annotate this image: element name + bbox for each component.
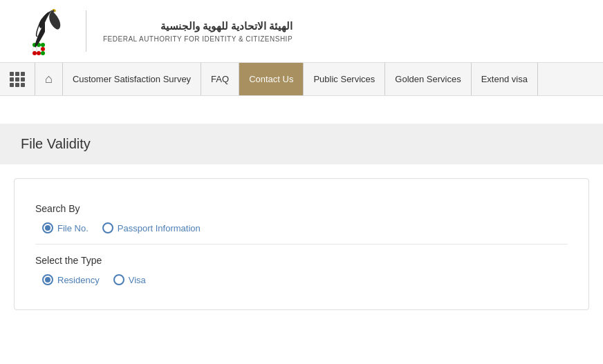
nav-item-contact-us[interactable]: Contact Us [239,63,304,95]
svg-point-4 [37,47,41,51]
form-container: Search By File No. Passport Information … [14,178,589,310]
radio-passport-info-indicator [102,222,113,233]
nav-item-faq[interactable]: FAQ [201,63,239,95]
falcon-logo-icon [14,7,69,55]
select-type-radio-group: Residency Visa [35,274,568,285]
logo-text: الهيئة الاتحادية للهوية والجنسية FEDERAL… [103,20,293,43]
grid-icon [10,72,25,87]
nav-item-customer-satisfaction[interactable]: Customer Satisfaction Survey [63,63,201,95]
page-heading-bar: File Validity [0,124,603,164]
radio-file-no[interactable]: File No. [42,222,89,233]
svg-point-3 [33,47,37,51]
search-by-radio-group: File No. Passport Information [35,222,568,233]
logo-english-text: FEDERAL AUTHORITY FOR IDENTITY & CITIZEN… [103,35,293,43]
logo-area: الهيئة الاتحادية للهوية والجنسية FEDERAL… [14,7,293,55]
search-by-section: Search By File No. Passport Information [35,193,568,244]
svg-point-5 [41,47,45,51]
svg-point-9 [53,10,55,12]
nav-item-extend-visa[interactable]: Extend visa [472,63,538,95]
main-navbar: ⌂ Customer Satisfaction Survey FAQ Conta… [0,63,603,96]
radio-passport-info[interactable]: Passport Information [102,222,201,233]
grid-menu-button[interactable] [0,63,35,95]
home-icon: ⌂ [45,72,53,86]
select-type-section: Select the Type Residency Visa [35,244,568,296]
nav-item-golden-services[interactable]: Golden Services [385,63,471,95]
radio-visa-indicator [113,274,124,285]
radio-file-no-indicator [42,222,53,233]
search-by-label: Search By [35,203,568,214]
svg-point-2 [41,43,45,47]
logo-arabic-text: الهيئة الاتحادية للهوية والجنسية [160,20,293,32]
site-header: الهيئة الاتحادية للهوية والجنسية FEDERAL… [0,0,603,63]
svg-point-6 [33,51,37,55]
svg-point-8 [41,51,45,55]
page-title: File Validity [21,136,582,152]
logo-divider [86,10,86,52]
select-type-label: Select the Type [35,255,568,266]
svg-point-7 [37,51,41,55]
home-button[interactable]: ⌂ [35,63,63,95]
nav-item-public-services[interactable]: Public Services [304,63,385,95]
radio-visa[interactable]: Visa [113,274,146,285]
radio-residency[interactable]: Residency [42,274,100,285]
radio-residency-indicator [42,274,53,285]
page-content: File Validity Search By File No. Passpor… [0,96,603,324]
